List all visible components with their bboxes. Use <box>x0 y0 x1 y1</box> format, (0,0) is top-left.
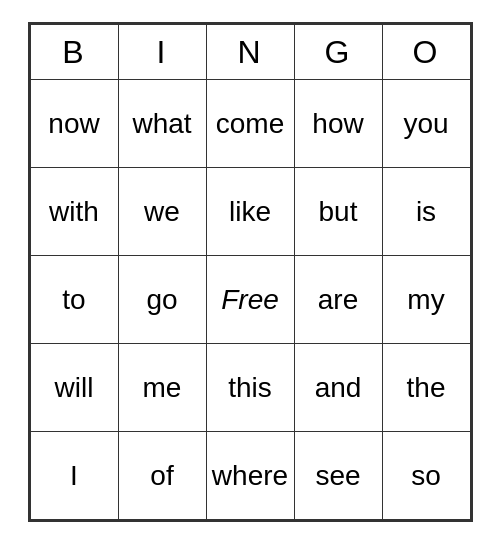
col-o: O <box>382 25 470 80</box>
table-cell: where <box>206 432 294 520</box>
table-row: willmethisandthe <box>30 344 470 432</box>
table-row: togoFreearemy <box>30 256 470 344</box>
table-cell: come <box>206 80 294 168</box>
table-cell: with <box>30 168 118 256</box>
table-cell: will <box>30 344 118 432</box>
col-n: N <box>206 25 294 80</box>
table-cell: see <box>294 432 382 520</box>
table-cell: Free <box>206 256 294 344</box>
col-g: G <box>294 25 382 80</box>
table-cell: and <box>294 344 382 432</box>
table-cell: are <box>294 256 382 344</box>
bingo-body: nowwhatcomehowyouwithwelikebutistogoFree… <box>30 80 470 520</box>
header-row: B I N G O <box>30 25 470 80</box>
bingo-table: B I N G O nowwhatcomehowyouwithwelikebut… <box>30 24 471 520</box>
table-cell: but <box>294 168 382 256</box>
table-cell: this <box>206 344 294 432</box>
col-i: I <box>118 25 206 80</box>
table-row: withwelikebutis <box>30 168 470 256</box>
table-cell: I <box>30 432 118 520</box>
table-cell: you <box>382 80 470 168</box>
bingo-card: B I N G O nowwhatcomehowyouwithwelikebut… <box>28 22 473 522</box>
table-cell: we <box>118 168 206 256</box>
table-cell: the <box>382 344 470 432</box>
col-b: B <box>30 25 118 80</box>
table-cell: me <box>118 344 206 432</box>
table-cell: is <box>382 168 470 256</box>
table-cell: so <box>382 432 470 520</box>
table-row: nowwhatcomehowyou <box>30 80 470 168</box>
table-cell: what <box>118 80 206 168</box>
table-cell: of <box>118 432 206 520</box>
table-cell: how <box>294 80 382 168</box>
table-cell: my <box>382 256 470 344</box>
table-cell: like <box>206 168 294 256</box>
table-row: Iofwhereseeso <box>30 432 470 520</box>
table-cell: now <box>30 80 118 168</box>
table-cell: to <box>30 256 118 344</box>
table-cell: go <box>118 256 206 344</box>
